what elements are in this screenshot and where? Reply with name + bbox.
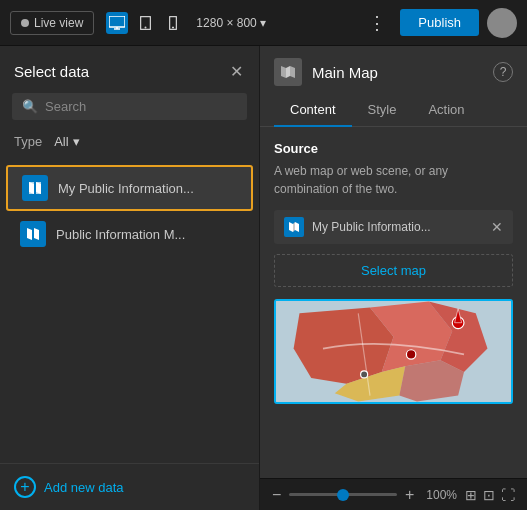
- tab-style[interactable]: Style: [352, 94, 413, 127]
- type-value: All: [54, 134, 68, 149]
- search-input[interactable]: [45, 99, 237, 114]
- fit-width-icon[interactable]: ⊞: [465, 487, 477, 503]
- source-label: My Public Informatio...: [312, 220, 483, 234]
- svg-marker-17: [295, 222, 299, 232]
- resolution-button[interactable]: 1280 × 800 ▾: [196, 16, 265, 30]
- search-icon: 🔍: [22, 99, 38, 114]
- mobile-icon[interactable]: [162, 12, 184, 34]
- chevron-down-icon: ▾: [260, 16, 266, 30]
- list-item-label: My Public Information...: [58, 181, 194, 196]
- topbar: Live view 1280 × 800 ▾ ⋮: [0, 0, 527, 46]
- zoom-level: 100%: [426, 488, 457, 502]
- zoom-in-button[interactable]: +: [405, 486, 414, 504]
- map-item-icon: [20, 221, 46, 247]
- search-box: 🔍: [12, 93, 247, 120]
- svg-marker-13: [281, 66, 286, 78]
- source-title: Source: [274, 141, 513, 156]
- zoom-out-button[interactable]: −: [272, 486, 281, 504]
- svg-marker-9: [29, 182, 34, 194]
- add-data-label: Add new data: [44, 480, 124, 495]
- right-header: Main Map ?: [260, 46, 527, 94]
- data-list: My Public Information... Public Informat…: [0, 159, 259, 463]
- map-thumbnail: [276, 301, 511, 402]
- source-map-icon: [284, 217, 304, 237]
- content-area: Source A web map or web scene, or any co…: [260, 127, 527, 478]
- svg-marker-11: [27, 228, 32, 240]
- left-panel: Select data ✕ 🔍 Type All ▾: [0, 46, 260, 510]
- right-panel: Main Map ? Content Style Action Source A…: [260, 46, 527, 510]
- map-panel-icon: [274, 58, 302, 86]
- map-item-icon: [22, 175, 48, 201]
- tabs: Content Style Action: [260, 94, 527, 127]
- type-label: Type: [14, 134, 42, 149]
- svg-rect-0: [109, 16, 125, 27]
- view-icons: ⊞ ⊡ ⛶: [465, 487, 515, 503]
- avatar[interactable]: [487, 8, 517, 38]
- tablet-icon[interactable]: [134, 12, 156, 34]
- svg-point-4: [144, 26, 146, 28]
- source-item: My Public Informatio... ✕: [274, 210, 513, 244]
- chevron-down-icon: ▾: [73, 134, 80, 149]
- publish-button[interactable]: Publish: [400, 9, 479, 36]
- resolution-label: 1280 × 800: [196, 16, 256, 30]
- svg-point-27: [406, 350, 415, 359]
- source-description: A web map or web scene, or any combinati…: [274, 162, 513, 198]
- live-view-label: Live view: [34, 16, 83, 30]
- svg-marker-12: [34, 228, 39, 240]
- fit-page-icon[interactable]: ⊡: [483, 487, 495, 503]
- zoom-thumb: [337, 489, 349, 501]
- select-map-label: Select map: [361, 263, 426, 278]
- live-dot: [21, 19, 29, 27]
- list-item-label: Public Information M...: [56, 227, 185, 242]
- type-select[interactable]: All ▾: [54, 134, 79, 149]
- device-icons: [106, 12, 184, 34]
- map-preview: [274, 299, 513, 404]
- select-map-button[interactable]: Select map: [274, 254, 513, 287]
- add-icon: +: [14, 476, 36, 498]
- tab-action[interactable]: Action: [412, 94, 480, 127]
- desktop-icon[interactable]: [106, 12, 128, 34]
- list-item[interactable]: Public Information M...: [6, 213, 253, 255]
- svg-marker-15: [286, 66, 290, 78]
- svg-marker-14: [290, 66, 295, 78]
- tab-content[interactable]: Content: [274, 94, 352, 127]
- list-item[interactable]: My Public Information...: [6, 165, 253, 211]
- svg-point-28: [361, 371, 368, 378]
- main-area: Select data ✕ 🔍 Type All ▾: [0, 46, 527, 510]
- zoom-slider[interactable]: [289, 493, 397, 496]
- help-icon[interactable]: ?: [493, 62, 513, 82]
- fullscreen-icon[interactable]: ⛶: [501, 487, 515, 503]
- panel-header: Select data ✕: [0, 46, 259, 93]
- svg-marker-16: [289, 222, 293, 232]
- svg-marker-10: [36, 182, 41, 194]
- bottom-bar: − + 100% ⊞ ⊡ ⛶: [260, 478, 527, 510]
- live-view-button[interactable]: Live view: [10, 11, 94, 35]
- svg-marker-18: [293, 222, 295, 232]
- panel-title: Select data: [14, 63, 89, 80]
- close-button[interactable]: ✕: [228, 60, 245, 83]
- type-row: Type All ▾: [0, 130, 259, 159]
- right-panel-title: Main Map: [312, 64, 483, 81]
- add-data-button[interactable]: + Add new data: [0, 463, 259, 510]
- more-options-button[interactable]: ⋮: [362, 10, 392, 36]
- publish-label: Publish: [418, 15, 461, 30]
- source-remove-button[interactable]: ✕: [491, 219, 503, 235]
